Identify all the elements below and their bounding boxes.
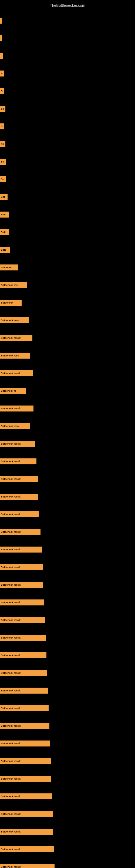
bar-label-11: Bot xyxy=(0,194,8,200)
bar-label-21: Bottleneck result xyxy=(0,370,33,376)
bar-label-18: Bottleneck resu xyxy=(0,317,29,323)
bar-row-18: Bottleneck resu xyxy=(0,317,135,332)
bar-row-1 xyxy=(0,18,135,33)
bar-label-42: Bottleneck result xyxy=(0,741,50,746)
bar-row-8: Bo xyxy=(0,141,135,156)
bar-label-41: Bottleneck result xyxy=(0,723,49,729)
bar-label-29: Bottleneck result xyxy=(0,511,39,517)
bar-row-41: Bottleneck result xyxy=(0,723,135,738)
bar-row-13: Bott xyxy=(0,229,135,244)
bar-row-5: B xyxy=(0,88,135,103)
bar-row-21: Bottleneck result xyxy=(0,370,135,385)
bar-label-13: Bott xyxy=(0,229,9,235)
bar-label-8: Bo xyxy=(0,141,5,147)
bar-row-15: Bottlenec xyxy=(0,265,135,279)
bar-row-25: Bottleneck result xyxy=(0,441,135,456)
bar-row-27: Bottleneck result xyxy=(0,476,135,491)
bar-row-32: Bottleneck result xyxy=(0,564,135,579)
bar-row-48: Bottleneck result xyxy=(0,846,135,861)
bar-label-45: Bottleneck result xyxy=(0,794,52,799)
bar-label-38: Bottleneck result xyxy=(0,670,47,676)
bar-label-43: Bottleneck result xyxy=(0,758,51,764)
bar-row-2 xyxy=(0,35,135,50)
bar-row-28: Bottleneck result xyxy=(0,494,135,508)
bar-row-9: Bo xyxy=(0,159,135,174)
bar-row-12: Bott xyxy=(0,212,135,226)
bar-row-30: Bottleneck result xyxy=(0,529,135,544)
bar-row-47: Bottleneck result xyxy=(0,829,135,844)
bar-label-31: Bottleneck result xyxy=(0,547,42,553)
bar-label-46: Bottleneck result xyxy=(0,811,53,817)
bar-label-22: Bottleneck re xyxy=(0,388,26,394)
bar-label-9: Bo xyxy=(0,159,6,165)
bar-row-19: Bottleneck result xyxy=(0,335,135,350)
bar-label-20: Bottleneck resu xyxy=(0,352,30,359)
bar-label-4: B xyxy=(0,70,4,76)
bar-row-42: Bottleneck result xyxy=(0,741,135,755)
bar-label-14: Bottl xyxy=(0,247,10,253)
bar-label-36: Bottleneck result xyxy=(0,635,46,641)
bar-row-45: Bottleneck result xyxy=(0,794,135,808)
bar-row-33: Bottleneck result xyxy=(0,582,135,597)
bar-row-11: Bot xyxy=(0,194,135,209)
bar-label-40: Bottleneck result xyxy=(0,705,49,711)
bar-label-47: Bottleneck result xyxy=(0,829,53,835)
bar-row-49: Bottleneck result xyxy=(0,864,135,868)
bar-row-37: Bottleneck result xyxy=(0,652,135,667)
bar-label-25: Bottleneck result xyxy=(0,441,35,447)
bar-label-19: Bottleneck result xyxy=(0,335,32,341)
bar-label-6: Bo xyxy=(0,106,5,112)
bar-row-35: Bottleneck result xyxy=(0,617,135,632)
bar-row-17: Bottleneck xyxy=(0,300,135,315)
bar-label-17: Bottleneck xyxy=(0,300,21,306)
bar-row-40: Bottleneck result xyxy=(0,705,135,720)
bar-label-15: Bottlenec xyxy=(0,265,18,271)
bar-label-26: Bottleneck result xyxy=(0,458,37,464)
bar-label-32: Bottleneck result xyxy=(0,564,43,570)
bar-label-28: Bottleneck result xyxy=(0,494,38,500)
bar-row-23: Bottleneck result xyxy=(0,405,135,421)
bar-row-31: Bottleneck result xyxy=(0,547,135,561)
bar-label-30: Bottleneck result xyxy=(0,529,41,535)
bar-row-39: Bottleneck result xyxy=(0,688,135,703)
bar-row-22: Bottleneck re xyxy=(0,388,135,403)
bar-row-14: Bottl xyxy=(0,247,135,262)
bar-label-33: Bottleneck result xyxy=(0,582,43,588)
bar-row-26: Bottleneck result xyxy=(0,458,135,473)
bar-row-43: Bottleneck result xyxy=(0,758,135,773)
site-title: TheBottlenecker.com xyxy=(0,1,135,10)
bar-label-12: Bott xyxy=(0,212,9,218)
bar-label-35: Bottleneck result xyxy=(0,617,45,623)
bar-row-38: Bottleneck result xyxy=(0,670,135,685)
bar-label-5: B xyxy=(0,88,4,94)
bar-label-48: Bottleneck result xyxy=(0,846,54,852)
bar-row-6: Bo xyxy=(0,106,135,121)
bar-label-2 xyxy=(0,35,2,41)
bar-label-49: Bottleneck result xyxy=(0,864,54,868)
bar-label-7: B xyxy=(0,123,4,129)
bar-label-44: Bottleneck result xyxy=(0,776,51,782)
bar-label-34: Bottleneck result xyxy=(0,599,44,606)
bar-row-34: Bottleneck result xyxy=(0,599,135,614)
bar-row-4: B xyxy=(0,70,135,86)
bar-label-16: Bottleneck res xyxy=(0,282,27,288)
bar-label-1 xyxy=(0,18,2,24)
bar-row-7: B xyxy=(0,123,135,138)
bar-label-3 xyxy=(0,53,3,59)
bar-row-3 xyxy=(0,53,135,68)
bar-row-20: Bottleneck resu xyxy=(0,352,135,368)
bar-label-10: Bo xyxy=(0,176,6,182)
bar-row-44: Bottleneck result xyxy=(0,776,135,791)
bar-label-27: Bottleneck result xyxy=(0,476,38,482)
bar-label-39: Bottleneck result xyxy=(0,688,48,693)
bar-label-37: Bottleneck result xyxy=(0,652,46,658)
bar-row-29: Bottleneck result xyxy=(0,511,135,526)
bar-row-46: Bottleneck result xyxy=(0,811,135,826)
bar-row-36: Bottleneck result xyxy=(0,635,135,650)
bar-row-10: Bo xyxy=(0,176,135,191)
bar-row-24: Bottleneck resu xyxy=(0,423,135,438)
bar-label-23: Bottleneck result xyxy=(0,405,34,411)
bar-label-24: Bottleneck resu xyxy=(0,423,30,429)
bar-row-16: Bottleneck res xyxy=(0,282,135,297)
